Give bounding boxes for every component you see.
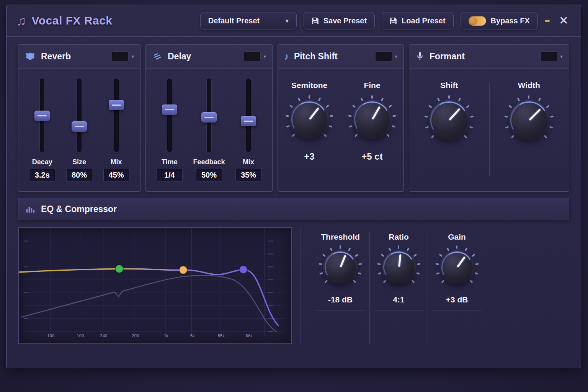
eq-mid-band-dot[interactable]	[179, 266, 187, 274]
threshold-control: Threshold -18 dB	[311, 232, 369, 344]
freq-tick-label: 5k	[190, 333, 195, 338]
delay-mode-dropdown[interactable]: ▾	[244, 51, 266, 61]
gain-knob[interactable]	[441, 251, 473, 283]
chevron-down-icon: ▾	[263, 54, 266, 59]
save-preset-label: Save Preset	[323, 16, 367, 25]
reverb-size-handle[interactable]	[72, 121, 87, 132]
eq-curve	[19, 269, 278, 325]
eq-graph-svg	[19, 228, 291, 343]
slider-value: 1/4	[157, 169, 183, 181]
freq-tick-label: 55k	[218, 333, 225, 338]
preset-dropdown[interactable]: Default Preset ▾	[200, 12, 297, 29]
chevron-down-icon: ▾	[560, 54, 563, 59]
load-disk-icon	[390, 17, 397, 24]
shift-knob[interactable]	[430, 101, 468, 139]
reverb-dropdown-box	[112, 51, 129, 61]
freq-tick-label: 100	[47, 333, 54, 338]
slider-label: Time	[162, 158, 178, 166]
freq-tick-label: 1k	[164, 333, 168, 338]
semitone-knob-wrap	[285, 95, 333, 144]
eq-freq-axis: 100 100 240 200 1k 5k 55k 66k	[19, 333, 291, 339]
bypass-toggle-knob	[470, 17, 477, 24]
width-knob[interactable]	[510, 101, 548, 139]
slider-label: Mix	[243, 158, 254, 166]
eq-secondary-curve	[21, 275, 276, 332]
preset-dropdown-value: Default Preset	[208, 16, 260, 25]
reverb-splash-icon	[24, 52, 36, 61]
delay-mix-handle[interactable]	[241, 116, 256, 126]
header-controls: Default Preset ▾ Save Preset Load Preset	[200, 12, 571, 29]
bypass-toggle[interactable]	[469, 16, 486, 26]
eq-compressor-section: EQ & Compressor	[18, 198, 569, 344]
ratio-control: Ratio 4:1	[369, 232, 428, 344]
chevron-down-icon: ▾	[286, 17, 289, 24]
reverb-decay-slider[interactable]	[40, 78, 44, 152]
pitch-note-icon: ♪	[284, 51, 289, 62]
slider-label: Mix	[111, 158, 122, 166]
page-title: Vocal FX Rack	[32, 14, 113, 27]
reverb-sliders: Decay 3.2s Size 80% Mix 45%	[18, 69, 140, 181]
compressor-controls: Threshold -18 dB Ratio	[301, 227, 486, 344]
delay-feedback-handle[interactable]	[201, 112, 217, 122]
slider-value: 50%	[196, 169, 222, 181]
delay-mix-control: Mix 35%	[235, 78, 261, 181]
pitch-mode-dropdown[interactable]: ▾	[375, 51, 397, 61]
reverb-decay-control: Decay 3.2s	[29, 78, 55, 181]
pitch-shift-panel: ♪ Pitch Shift ▾ Semitone +3	[278, 44, 404, 192]
eq-graph[interactable]: 100 100 240 200 1k 5k 55k 66k	[18, 227, 292, 344]
reverb-size-control: Size 80%	[66, 78, 92, 181]
reverb-decay-handle[interactable]	[34, 111, 50, 121]
ratio-knob[interactable]	[383, 251, 415, 283]
fx-panels-row: Reverb ▾ Decay 3.2s	[7, 37, 581, 192]
eq-content: 100 100 240 200 1k 5k 55k 66k Threshold	[18, 227, 569, 344]
gain-control: Gain +3 dB	[428, 232, 486, 344]
bypass-fx-label: Bypass FX	[491, 16, 530, 25]
reverb-mix-slider[interactable]	[114, 78, 119, 152]
eq-high-band-dot[interactable]	[239, 266, 247, 274]
reverb-title: Reverb	[41, 51, 71, 62]
freq-tick-label: 66k	[246, 333, 253, 338]
pitch-knobs: Semitone +3 Fine	[278, 69, 403, 191]
close-button[interactable]: ✕	[557, 13, 571, 28]
threshold-knob[interactable]	[324, 251, 356, 283]
threshold-knob-wrap	[318, 245, 362, 289]
delay-time-slider[interactable]	[167, 78, 172, 152]
divider	[433, 310, 482, 310]
eq-grid-horizontal	[23, 241, 285, 332]
width-control: Width	[489, 81, 569, 191]
delay-feedback-control: Feedback 50%	[193, 78, 225, 181]
microphone-icon	[415, 51, 425, 61]
load-preset-button[interactable]: Load Preset	[382, 12, 453, 29]
bypass-fx-button[interactable]: Bypass FX	[461, 12, 538, 29]
freq-tick-label: 240	[100, 333, 107, 338]
divider	[374, 310, 423, 310]
delay-dropdown-box	[244, 51, 261, 61]
indicator-dash-icon	[545, 20, 550, 22]
fine-knob[interactable]	[354, 101, 390, 138]
slider-label: Size	[72, 158, 86, 166]
reverb-mode-dropdown[interactable]: ▾	[112, 51, 134, 61]
formant-mode-dropdown[interactable]: ▾	[541, 51, 563, 61]
eq-low-band-dot[interactable]	[115, 265, 123, 273]
save-preset-button[interactable]: Save Preset	[304, 12, 375, 29]
semitone-knob[interactable]	[291, 101, 328, 138]
slider-label: Feedback	[193, 158, 225, 166]
reverb-size-slider[interactable]	[77, 78, 82, 152]
delay-panel-header: Delay ▾	[146, 45, 272, 69]
delay-time-control: Time 1/4	[157, 78, 183, 181]
delay-time-handle[interactable]	[162, 105, 177, 115]
delay-echo-icon	[152, 52, 163, 61]
delay-mix-slider[interactable]	[246, 78, 251, 152]
slider-label: Decay	[32, 158, 52, 166]
formant-panel: Formant ▾ Shift Width	[409, 44, 569, 192]
freq-tick-label: 200	[132, 333, 139, 338]
fine-knob-wrap	[348, 95, 396, 144]
shift-control: Shift	[409, 81, 489, 191]
reverb-mix-handle[interactable]	[109, 100, 124, 110]
shift-knob-wrap	[424, 95, 474, 145]
fine-control: Fine +5 ct	[341, 81, 403, 191]
delay-feedback-slider[interactable]	[207, 78, 211, 152]
formant-dropdown-box	[541, 51, 557, 61]
eq-grid	[51, 228, 265, 337]
reverb-mix-control: Mix 45%	[103, 78, 129, 181]
